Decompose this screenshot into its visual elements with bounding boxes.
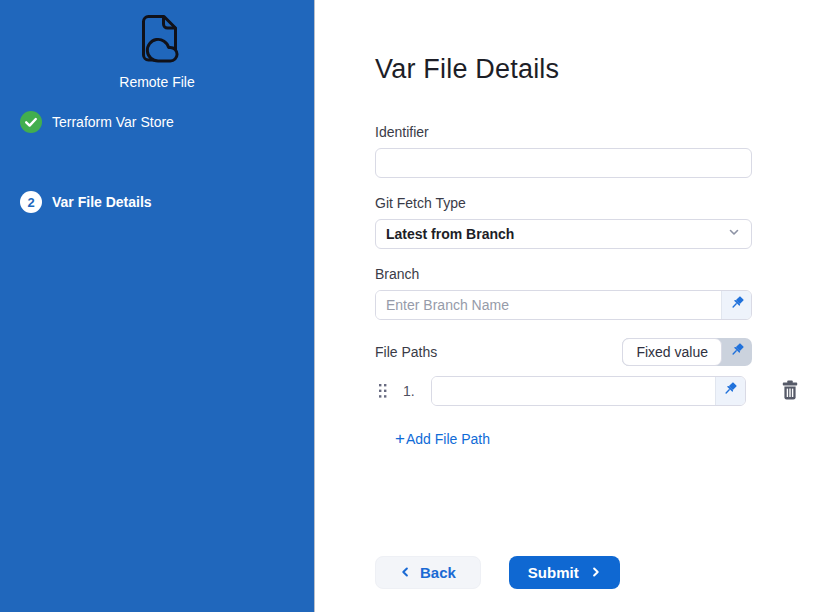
file-path-multitype-button[interactable] bbox=[715, 377, 745, 405]
step-type-header: Remote File bbox=[0, 12, 314, 90]
pin-icon bbox=[729, 342, 745, 362]
file-paths-multitype-button[interactable] bbox=[722, 338, 752, 366]
remote-file-icon bbox=[132, 52, 182, 69]
identifier-input[interactable] bbox=[375, 148, 752, 178]
var-file-form: Identifier Git Fetch Type Latest from Br… bbox=[375, 124, 752, 589]
file-paths-label: File Paths bbox=[375, 344, 437, 361]
pin-icon bbox=[729, 295, 745, 315]
branch-input[interactable] bbox=[376, 291, 721, 319]
step-type-label: Remote File bbox=[0, 74, 314, 90]
step-number-badge: 2 bbox=[20, 191, 42, 213]
file-paths-multitype-control: Fixed value bbox=[622, 338, 752, 366]
var-file-details-panel: Var File Details Identifier Git Fetch Ty… bbox=[315, 0, 836, 612]
step-label: Terraform Var Store bbox=[52, 114, 174, 130]
branch-input-shell bbox=[375, 290, 752, 320]
wizard-sidebar: Remote File Terraform Var Store 2 Var Fi… bbox=[0, 0, 315, 612]
check-circle-icon bbox=[20, 111, 42, 133]
git-fetch-type-label: Git Fetch Type bbox=[375, 195, 752, 212]
fixed-value-button[interactable]: Fixed value bbox=[622, 338, 722, 366]
delete-file-path-button[interactable] bbox=[781, 380, 799, 403]
submit-button-label: Submit bbox=[528, 564, 579, 581]
file-path-input-shell bbox=[431, 376, 746, 406]
file-path-row: 1. bbox=[375, 376, 799, 406]
drag-handle-icon[interactable] bbox=[378, 383, 388, 399]
branch-multitype-button[interactable] bbox=[721, 291, 751, 319]
trash-icon bbox=[781, 380, 799, 403]
branch-field-group: Branch bbox=[375, 266, 752, 320]
chevron-left-icon bbox=[400, 564, 411, 581]
page-title: Var File Details bbox=[375, 52, 836, 86]
step-number: 2 bbox=[20, 191, 42, 213]
sidebar-item-terraform-var-store[interactable]: Terraform Var Store bbox=[0, 111, 314, 133]
wizard-footer: Back Submit bbox=[375, 556, 752, 589]
add-file-path-button[interactable]: + Add File Path bbox=[395, 431, 490, 447]
identifier-label: Identifier bbox=[375, 124, 752, 141]
back-button[interactable]: Back bbox=[375, 556, 481, 589]
step-label: Var File Details bbox=[52, 194, 152, 210]
sidebar-item-var-file-details[interactable]: 2 Var File Details bbox=[0, 191, 314, 213]
git-fetch-type-value: Latest from Branch bbox=[386, 226, 514, 242]
chevron-right-icon bbox=[590, 564, 601, 581]
add-file-path-label: Add File Path bbox=[406, 431, 490, 447]
submit-button[interactable]: Submit bbox=[509, 556, 620, 589]
git-fetch-type-select[interactable]: Latest from Branch bbox=[375, 219, 752, 249]
file-path-row-index: 1. bbox=[403, 383, 415, 399]
chevron-down-icon bbox=[727, 225, 741, 243]
git-fetch-type-field-group: Git Fetch Type Latest from Branch bbox=[375, 195, 752, 249]
branch-label: Branch bbox=[375, 266, 752, 283]
identifier-field-group: Identifier bbox=[375, 124, 752, 178]
plus-icon: + bbox=[395, 432, 405, 446]
pin-icon bbox=[722, 381, 738, 401]
back-button-label: Back bbox=[420, 564, 456, 581]
file-paths-header: File Paths Fixed value bbox=[375, 338, 752, 366]
file-path-input[interactable] bbox=[432, 377, 715, 405]
